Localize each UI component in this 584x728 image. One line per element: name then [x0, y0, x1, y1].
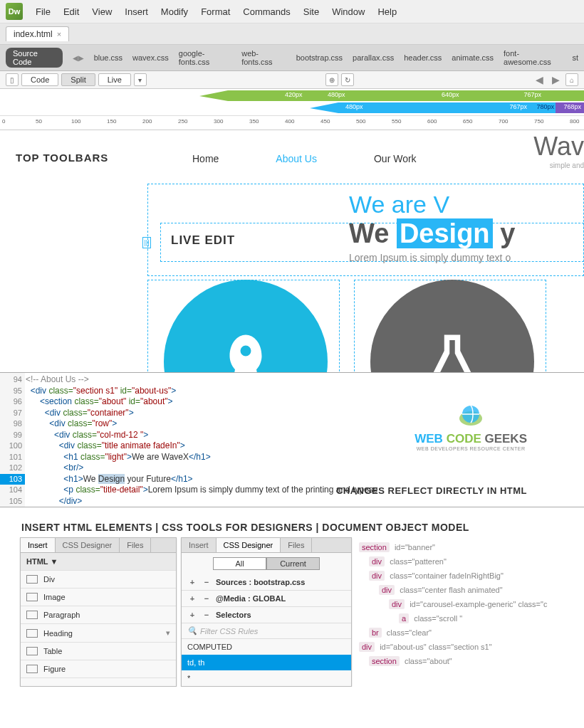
- dom-node[interactable]: div id="about-us" class="section s1": [359, 640, 561, 654]
- tab-cssdesigner[interactable]: CSS Designer: [56, 538, 120, 552]
- panels-row: Insert CSS Designer Files HTML ▼ Div Ima…: [0, 537, 584, 687]
- menu-file[interactable]: File: [36, 6, 51, 17]
- target-icon[interactable]: ⊕: [325, 73, 338, 86]
- dom-node[interactable]: div class="patteren": [359, 554, 561, 569]
- tab-files[interactable]: Files: [120, 538, 151, 552]
- all-button[interactable]: All: [213, 557, 266, 570]
- r500: 500: [356, 118, 365, 125]
- computed-row[interactable]: COMPUTED: [182, 639, 351, 655]
- mq-b780: 780px: [536, 103, 554, 110]
- app-logo: Dw: [6, 3, 23, 20]
- resize-handle[interactable]: |||: [142, 237, 151, 248]
- tab-index[interactable]: index.html ×: [6, 26, 69, 41]
- insert-heading[interactable]: Heading▾: [21, 624, 176, 643]
- tab-insert[interactable]: Insert: [21, 538, 56, 552]
- insert-image[interactable]: Image: [21, 589, 176, 606]
- r50: 50: [36, 118, 42, 125]
- css-parallax[interactable]: parallax.css: [353, 53, 394, 62]
- media-row[interactable]: +−@Media : GLOBAL: [182, 591, 351, 607]
- hero-line2: We Design y: [349, 218, 584, 249]
- paragraph-icon: [26, 611, 38, 619]
- annotation-changes: CHANGES REFLECT DIRECTLY IN HTML: [336, 485, 527, 496]
- r0: 0: [2, 118, 5, 125]
- tab-insert2[interactable]: Insert: [182, 538, 217, 552]
- tab-files2[interactable]: Files: [281, 538, 312, 552]
- ruler: 0 50 100 150 200 250 300 350 400 450 500…: [0, 116, 584, 130]
- menu-site[interactable]: Site: [303, 6, 319, 17]
- dom-node[interactable]: section id="banner": [359, 540, 561, 554]
- selectors-row[interactable]: +−Selectors: [182, 607, 351, 623]
- related-files-bar: Source Code ◀▶ blue.css wavex.css google…: [0, 45, 584, 71]
- menubar: Dw File Edit View Insert Modify Format C…: [0, 0, 584, 23]
- document-tabs: index.html ×: [0, 23, 584, 45]
- insert-panel: Insert CSS Designer Files HTML ▼ Div Ima…: [20, 537, 177, 687]
- plus-icon[interactable]: +: [187, 578, 197, 586]
- filter-input[interactable]: 🔍Filter CSS Rules: [182, 623, 351, 639]
- mq-420: 420px: [285, 91, 303, 98]
- menu-commands[interactable]: Commands: [243, 6, 290, 17]
- r250: 250: [178, 118, 187, 125]
- insert-paragraph[interactable]: Paragraph: [21, 606, 176, 624]
- css-more[interactable]: st: [572, 53, 578, 62]
- insert-category[interactable]: HTML ▼: [21, 553, 176, 571]
- image-icon: [26, 593, 38, 601]
- insert-div[interactable]: Div: [21, 571, 176, 589]
- r400: 400: [285, 118, 294, 125]
- live-preview[interactable]: TOP TOOLBARS Home About Us Our Work Wav …: [0, 130, 584, 372]
- home-icon[interactable]: ⌂: [565, 73, 578, 86]
- code-view[interactable]: 949596979899100101102103104105106 <!-- A…: [0, 372, 584, 507]
- insert-table[interactable]: Table: [21, 643, 176, 660]
- split-view-button[interactable]: Split: [61, 73, 95, 86]
- css-header[interactable]: header.css: [404, 53, 442, 62]
- source-code-button[interactable]: Source Code: [6, 48, 63, 68]
- mq-640: 640px: [442, 91, 459, 98]
- live-view-button[interactable]: Live: [98, 73, 131, 86]
- css-animate[interactable]: animate.css: [452, 53, 494, 62]
- dom-node[interactable]: div class="center flash animated": [359, 583, 561, 597]
- dropdown-icon[interactable]: ▾: [134, 73, 147, 86]
- fwd-icon[interactable]: ▶: [549, 74, 563, 85]
- panel-icon[interactable]: ▯: [6, 73, 19, 86]
- dom-node[interactable]: div class="container fadeInRightBig": [359, 569, 561, 583]
- prev-icon[interactable]: ◀▶: [73, 54, 84, 62]
- css-blue[interactable]: blue.css: [94, 53, 122, 62]
- css-bootstrap[interactable]: bootstrap.css: [296, 53, 343, 62]
- minus-icon[interactable]: −: [202, 578, 212, 586]
- css-fa[interactable]: font-awesome.css: [504, 49, 562, 66]
- sources-row[interactable]: +−Sources : bootstrap.css: [182, 574, 351, 591]
- menu-help[interactable]: Help: [377, 6, 397, 17]
- all-current-toggle[interactable]: All Current: [213, 557, 320, 570]
- menu-insert[interactable]: Insert: [125, 6, 148, 17]
- media-query-bar[interactable]: 420px 480px 640px 767px 480px 767px 780p…: [0, 89, 584, 116]
- menu-view[interactable]: View: [92, 6, 112, 17]
- dom-node[interactable]: a class="scroll ": [359, 611, 561, 626]
- refresh-icon[interactable]: ↻: [341, 73, 354, 86]
- tab-cssdesigner2[interactable]: CSS Designer: [217, 538, 281, 552]
- dom-node[interactable]: div id="carousel-example-generic" class=…: [359, 597, 561, 611]
- selector-star[interactable]: *: [182, 670, 351, 686]
- code-view-button[interactable]: Code: [21, 73, 58, 86]
- nav-home[interactable]: Home: [192, 153, 219, 164]
- menu-modify[interactable]: Modify: [161, 6, 188, 17]
- dom-node[interactable]: section class="about": [359, 654, 561, 668]
- css-wavex[interactable]: wavex.css: [132, 53, 169, 62]
- close-icon[interactable]: ×: [57, 30, 61, 38]
- current-button[interactable]: Current: [266, 557, 320, 570]
- view-toolbar: ▯ Code Split Live ▾ ⊕ ↻ ◀ ▶ ⌂: [0, 71, 584, 89]
- nav-work[interactable]: Our Work: [374, 153, 417, 164]
- menu-edit[interactable]: Edit: [63, 6, 79, 17]
- selector-tdth[interactable]: td, th: [182, 655, 351, 670]
- insert-figure[interactable]: Figure: [21, 660, 176, 678]
- menu-format[interactable]: Format: [201, 6, 230, 17]
- dom-node[interactable]: br class="clear": [359, 626, 561, 640]
- menu-window[interactable]: Window: [332, 6, 365, 17]
- nav-about[interactable]: About Us: [276, 153, 317, 164]
- css-web[interactable]: web-fonts.css: [241, 49, 286, 66]
- r350: 350: [249, 118, 259, 125]
- back-icon[interactable]: ◀: [533, 74, 546, 85]
- css-google[interactable]: google-fonts.css: [179, 49, 231, 66]
- r600: 600: [427, 118, 437, 125]
- hero-line3: Lorem Ipsum is simply dummy text o: [349, 252, 584, 263]
- mq-b767: 767px: [509, 103, 527, 110]
- brand-tagline: simple and: [533, 162, 584, 169]
